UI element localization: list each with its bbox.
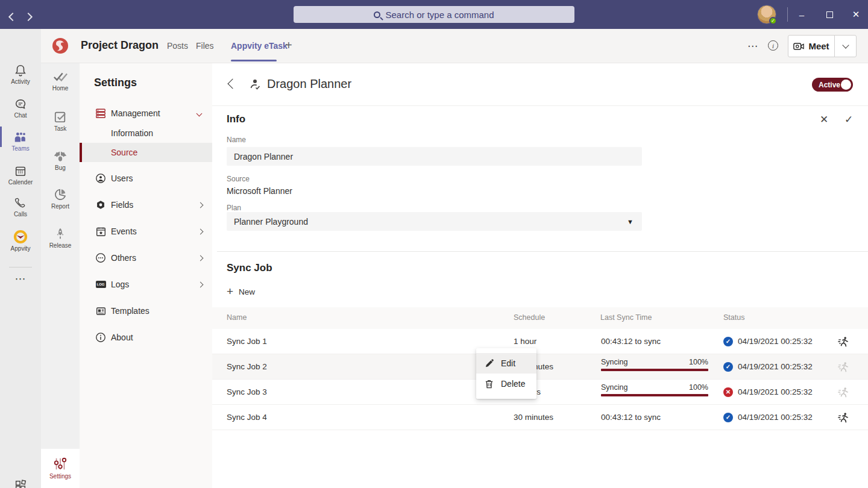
chevron-down-icon (197, 110, 203, 116)
nav-item-about[interactable]: About (80, 328, 212, 347)
task-checkbox-icon (54, 110, 67, 124)
name-field-label: Name (227, 136, 246, 144)
etask-module-rail: Home Task Bug Report Release Settings (41, 63, 80, 488)
module-release[interactable]: Release (41, 227, 80, 260)
progress-percent: 100% (689, 383, 708, 392)
source-detail-panel: Dragon Planner Active Info ✕ ✓ Name Sour… (212, 63, 868, 488)
team-name: Project Dragon (81, 39, 159, 52)
maximize-button[interactable] (816, 0, 843, 29)
module-task[interactable]: Task (41, 110, 80, 143)
module-settings[interactable]: Settings (41, 449, 80, 488)
tab-posts[interactable]: Posts (167, 41, 188, 51)
rail-item-apps[interactable]: Apps (0, 479, 41, 488)
meet-button[interactable]: Meet (788, 35, 857, 57)
status-success-icon: ✓ (723, 337, 733, 346)
user-avatar[interactable]: ✓ (757, 5, 776, 24)
rail-item-appvity[interactable]: Appvity (0, 230, 41, 261)
fields-hexagon-icon (96, 200, 105, 210)
phone-icon (14, 196, 27, 210)
run-sync-icon[interactable] (837, 336, 849, 350)
meet-dropdown-button[interactable] (834, 36, 856, 57)
add-tab-button[interactable]: + (285, 39, 292, 52)
nav-item-events[interactable]: Events (80, 222, 212, 241)
new-button-label: New (239, 287, 255, 296)
settings-sliders-icon (53, 456, 68, 472)
nav-item-templates[interactable]: Templates (80, 301, 212, 321)
dropdown-arrow-icon: ▼ (627, 218, 634, 225)
cell-name: Sync Job 2 (227, 362, 267, 371)
planner-person-check-icon (248, 78, 262, 91)
new-sync-job-button[interactable]: + New (227, 285, 255, 298)
team-logo-phoenix-icon[interactable] (51, 37, 69, 55)
nav-item-others[interactable]: Others (80, 248, 212, 267)
context-menu-edit[interactable]: Edit (476, 353, 536, 374)
nav-item-management[interactable]: Management (80, 104, 212, 123)
nav-item-information[interactable]: Information (80, 124, 212, 143)
sync-job-row[interactable]: Sync Job 3 2 hours Syncing100% ✕ 04/19/2… (212, 380, 868, 405)
progress-label: Syncing (601, 358, 627, 366)
history-forward-icon[interactable] (25, 11, 31, 22)
module-home[interactable]: Home (41, 71, 80, 104)
users-icon (95, 173, 106, 184)
search-placeholder: Search or type a command (385, 10, 494, 20)
rail-item-chat[interactable]: Chat (0, 98, 41, 129)
rail-item-activity[interactable]: Activity (0, 64, 41, 95)
sync-job-row[interactable]: Sync Job 2 15 minutes Syncing100% ✓ 04/1… (212, 354, 868, 380)
sync-progress: Syncing100% (601, 383, 708, 396)
progress-bar (601, 369, 708, 371)
cancel-icon[interactable]: ✕ (820, 113, 828, 126)
sync-job-row[interactable]: Sync Job 1 1 hour 00:43:12 to sync ✓ 04/… (212, 329, 868, 354)
chevron-down-icon (842, 42, 849, 48)
header-info-icon[interactable]: i (768, 40, 778, 51)
module-bug[interactable]: Bug (41, 149, 80, 182)
pie-chart-icon (54, 188, 67, 201)
nav-item-logs[interactable]: LOG Logs (80, 275, 212, 294)
nav-item-users[interactable]: Users (80, 169, 212, 188)
name-input[interactable] (227, 147, 642, 166)
col-last-sync: Last Sync Time (600, 313, 652, 322)
history-back-icon[interactable] (10, 11, 16, 22)
progress-label: Syncing (601, 383, 627, 392)
row-context-menu: Edit Delete (476, 348, 536, 399)
active-toggle[interactable]: Active (812, 78, 853, 92)
header-more-button[interactable]: ⋯ (747, 40, 758, 52)
settings-nav-panel: Settings Management Information Source U… (80, 63, 212, 488)
rail-item-calls[interactable]: Calls (0, 196, 41, 228)
tab-appvity-etask[interactable]: Appvity eTask (231, 41, 288, 51)
col-schedule: Schedule (514, 313, 545, 322)
plan-dropdown-value: Planner Playground (234, 217, 308, 227)
active-rail-indicator (0, 127, 2, 147)
close-button[interactable]: ✕ (843, 0, 868, 29)
nav-item-source[interactable]: Source (80, 143, 212, 162)
window-titlebar: Search or type a command ✓ – ✕ (0, 0, 868, 29)
status-error-icon: ✕ (723, 387, 733, 397)
nav-item-fields[interactable]: Fields (80, 195, 212, 214)
rail-item-teams[interactable]: Teams (0, 131, 41, 162)
about-info-icon (95, 332, 106, 343)
rail-item-calender[interactable]: Calender (0, 164, 41, 196)
rail-more-button[interactable]: ⋯ (0, 272, 41, 286)
cell-status-date: 04/19/2021 00:25:32 (738, 362, 813, 371)
run-sync-icon[interactable] (837, 411, 849, 426)
back-button[interactable] (228, 79, 238, 89)
pencil-icon (485, 359, 494, 368)
context-menu-delete[interactable]: Delete (476, 374, 536, 394)
sync-job-row[interactable]: Sync Job 4 30 minutes 00:43:12 to sync ✓… (212, 405, 868, 430)
search-input[interactable]: Search or type a command (294, 6, 574, 23)
trash-icon (485, 380, 494, 389)
chevron-right-icon (198, 255, 204, 261)
chat-icon (14, 98, 27, 111)
confirm-icon[interactable]: ✓ (844, 113, 853, 126)
minimize-button[interactable]: – (788, 0, 815, 29)
run-sync-icon-disabled (837, 361, 849, 375)
module-report[interactable]: Report (41, 188, 80, 221)
meet-button-label: Meet (808, 41, 829, 51)
sync-table-header: Name Schedule Last Sync Time Status (212, 307, 868, 329)
maximize-icon (826, 11, 833, 18)
sync-section-heading: Sync Job (227, 262, 272, 274)
plan-dropdown[interactable]: Planner Playground ▼ (227, 212, 642, 231)
context-menu-edit-label: Edit (501, 358, 515, 368)
section-divider (217, 251, 868, 252)
plan-field-label: Plan (227, 204, 241, 212)
tab-files[interactable]: Files (196, 41, 214, 51)
